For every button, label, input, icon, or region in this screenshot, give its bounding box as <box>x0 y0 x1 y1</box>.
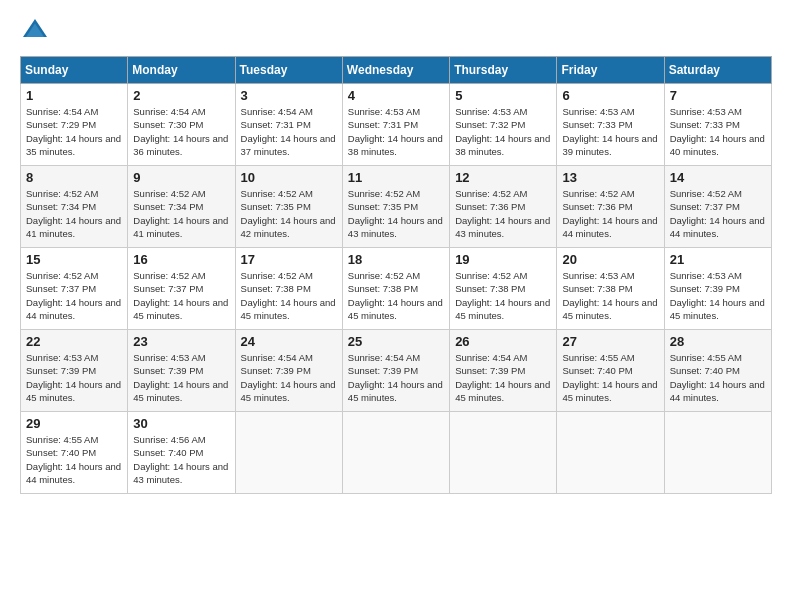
cell-text: Sunrise: 4:52 AM Sunset: 7:36 PM Dayligh… <box>455 187 551 240</box>
calendar-day-cell <box>450 412 557 494</box>
calendar-day-cell: 29 Sunrise: 4:55 AM Sunset: 7:40 PM Dayl… <box>21 412 128 494</box>
calendar-header-row: SundayMondayTuesdayWednesdayThursdayFrid… <box>21 57 772 84</box>
calendar-header-cell: Monday <box>128 57 235 84</box>
day-number: 13 <box>562 170 658 185</box>
calendar-week-row: 1 Sunrise: 4:54 AM Sunset: 7:29 PM Dayli… <box>21 84 772 166</box>
calendar-header-cell: Sunday <box>21 57 128 84</box>
day-number: 14 <box>670 170 766 185</box>
calendar-header-cell: Tuesday <box>235 57 342 84</box>
calendar-day-cell: 22 Sunrise: 4:53 AM Sunset: 7:39 PM Dayl… <box>21 330 128 412</box>
header <box>20 16 772 46</box>
calendar-day-cell: 15 Sunrise: 4:52 AM Sunset: 7:37 PM Dayl… <box>21 248 128 330</box>
day-number: 19 <box>455 252 551 267</box>
day-number: 8 <box>26 170 122 185</box>
calendar-day-cell: 26 Sunrise: 4:54 AM Sunset: 7:39 PM Dayl… <box>450 330 557 412</box>
calendar-day-cell: 25 Sunrise: 4:54 AM Sunset: 7:39 PM Dayl… <box>342 330 449 412</box>
cell-text: Sunrise: 4:52 AM Sunset: 7:38 PM Dayligh… <box>241 269 337 322</box>
day-number: 20 <box>562 252 658 267</box>
page: SundayMondayTuesdayWednesdayThursdayFrid… <box>0 0 792 612</box>
day-number: 27 <box>562 334 658 349</box>
day-number: 12 <box>455 170 551 185</box>
cell-text: Sunrise: 4:53 AM Sunset: 7:39 PM Dayligh… <box>670 269 766 322</box>
calendar-day-cell: 28 Sunrise: 4:55 AM Sunset: 7:40 PM Dayl… <box>664 330 771 412</box>
cell-text: Sunrise: 4:52 AM Sunset: 7:34 PM Dayligh… <box>133 187 229 240</box>
day-number: 23 <box>133 334 229 349</box>
calendar-week-row: 15 Sunrise: 4:52 AM Sunset: 7:37 PM Dayl… <box>21 248 772 330</box>
cell-text: Sunrise: 4:54 AM Sunset: 7:39 PM Dayligh… <box>348 351 444 404</box>
cell-text: Sunrise: 4:52 AM Sunset: 7:35 PM Dayligh… <box>241 187 337 240</box>
day-number: 29 <box>26 416 122 431</box>
day-number: 17 <box>241 252 337 267</box>
cell-text: Sunrise: 4:52 AM Sunset: 7:35 PM Dayligh… <box>348 187 444 240</box>
cell-text: Sunrise: 4:55 AM Sunset: 7:40 PM Dayligh… <box>26 433 122 486</box>
calendar-day-cell: 3 Sunrise: 4:54 AM Sunset: 7:31 PM Dayli… <box>235 84 342 166</box>
calendar-day-cell: 5 Sunrise: 4:53 AM Sunset: 7:32 PM Dayli… <box>450 84 557 166</box>
day-number: 9 <box>133 170 229 185</box>
day-number: 21 <box>670 252 766 267</box>
calendar-day-cell <box>342 412 449 494</box>
calendar-day-cell: 23 Sunrise: 4:53 AM Sunset: 7:39 PM Dayl… <box>128 330 235 412</box>
cell-text: Sunrise: 4:52 AM Sunset: 7:38 PM Dayligh… <box>455 269 551 322</box>
day-number: 26 <box>455 334 551 349</box>
calendar-week-row: 8 Sunrise: 4:52 AM Sunset: 7:34 PM Dayli… <box>21 166 772 248</box>
calendar-day-cell: 14 Sunrise: 4:52 AM Sunset: 7:37 PM Dayl… <box>664 166 771 248</box>
cell-text: Sunrise: 4:55 AM Sunset: 7:40 PM Dayligh… <box>562 351 658 404</box>
cell-text: Sunrise: 4:52 AM Sunset: 7:34 PM Dayligh… <box>26 187 122 240</box>
cell-text: Sunrise: 4:53 AM Sunset: 7:39 PM Dayligh… <box>133 351 229 404</box>
day-number: 22 <box>26 334 122 349</box>
cell-text: Sunrise: 4:53 AM Sunset: 7:33 PM Dayligh… <box>670 105 766 158</box>
calendar-header-cell: Wednesday <box>342 57 449 84</box>
calendar-day-cell: 7 Sunrise: 4:53 AM Sunset: 7:33 PM Dayli… <box>664 84 771 166</box>
cell-text: Sunrise: 4:54 AM Sunset: 7:31 PM Dayligh… <box>241 105 337 158</box>
cell-text: Sunrise: 4:54 AM Sunset: 7:39 PM Dayligh… <box>455 351 551 404</box>
calendar-week-row: 22 Sunrise: 4:53 AM Sunset: 7:39 PM Dayl… <box>21 330 772 412</box>
cell-text: Sunrise: 4:54 AM Sunset: 7:30 PM Dayligh… <box>133 105 229 158</box>
cell-text: Sunrise: 4:52 AM Sunset: 7:37 PM Dayligh… <box>26 269 122 322</box>
cell-text: Sunrise: 4:53 AM Sunset: 7:32 PM Dayligh… <box>455 105 551 158</box>
day-number: 10 <box>241 170 337 185</box>
calendar-day-cell: 21 Sunrise: 4:53 AM Sunset: 7:39 PM Dayl… <box>664 248 771 330</box>
calendar-header-cell: Friday <box>557 57 664 84</box>
day-number: 18 <box>348 252 444 267</box>
cell-text: Sunrise: 4:55 AM Sunset: 7:40 PM Dayligh… <box>670 351 766 404</box>
cell-text: Sunrise: 4:53 AM Sunset: 7:38 PM Dayligh… <box>562 269 658 322</box>
calendar-day-cell: 9 Sunrise: 4:52 AM Sunset: 7:34 PM Dayli… <box>128 166 235 248</box>
day-number: 25 <box>348 334 444 349</box>
cell-text: Sunrise: 4:53 AM Sunset: 7:31 PM Dayligh… <box>348 105 444 158</box>
cell-text: Sunrise: 4:52 AM Sunset: 7:37 PM Dayligh… <box>670 187 766 240</box>
calendar-day-cell: 19 Sunrise: 4:52 AM Sunset: 7:38 PM Dayl… <box>450 248 557 330</box>
calendar-body: 1 Sunrise: 4:54 AM Sunset: 7:29 PM Dayli… <box>21 84 772 494</box>
cell-text: Sunrise: 4:52 AM Sunset: 7:36 PM Dayligh… <box>562 187 658 240</box>
calendar-table: SundayMondayTuesdayWednesdayThursdayFrid… <box>20 56 772 494</box>
day-number: 15 <box>26 252 122 267</box>
calendar-week-row: 29 Sunrise: 4:55 AM Sunset: 7:40 PM Dayl… <box>21 412 772 494</box>
day-number: 1 <box>26 88 122 103</box>
calendar-day-cell: 20 Sunrise: 4:53 AM Sunset: 7:38 PM Dayl… <box>557 248 664 330</box>
logo <box>20 16 54 46</box>
cell-text: Sunrise: 4:53 AM Sunset: 7:39 PM Dayligh… <box>26 351 122 404</box>
calendar-day-cell: 4 Sunrise: 4:53 AM Sunset: 7:31 PM Dayli… <box>342 84 449 166</box>
calendar-day-cell: 17 Sunrise: 4:52 AM Sunset: 7:38 PM Dayl… <box>235 248 342 330</box>
day-number: 5 <box>455 88 551 103</box>
calendar-day-cell: 1 Sunrise: 4:54 AM Sunset: 7:29 PM Dayli… <box>21 84 128 166</box>
day-number: 11 <box>348 170 444 185</box>
calendar-day-cell: 2 Sunrise: 4:54 AM Sunset: 7:30 PM Dayli… <box>128 84 235 166</box>
day-number: 7 <box>670 88 766 103</box>
calendar-day-cell: 30 Sunrise: 4:56 AM Sunset: 7:40 PM Dayl… <box>128 412 235 494</box>
calendar-header-cell: Thursday <box>450 57 557 84</box>
calendar-day-cell: 12 Sunrise: 4:52 AM Sunset: 7:36 PM Dayl… <box>450 166 557 248</box>
calendar-day-cell: 13 Sunrise: 4:52 AM Sunset: 7:36 PM Dayl… <box>557 166 664 248</box>
calendar-day-cell: 8 Sunrise: 4:52 AM Sunset: 7:34 PM Dayli… <box>21 166 128 248</box>
day-number: 2 <box>133 88 229 103</box>
day-number: 6 <box>562 88 658 103</box>
cell-text: Sunrise: 4:54 AM Sunset: 7:39 PM Dayligh… <box>241 351 337 404</box>
day-number: 28 <box>670 334 766 349</box>
day-number: 4 <box>348 88 444 103</box>
cell-text: Sunrise: 4:54 AM Sunset: 7:29 PM Dayligh… <box>26 105 122 158</box>
cell-text: Sunrise: 4:52 AM Sunset: 7:37 PM Dayligh… <box>133 269 229 322</box>
cell-text: Sunrise: 4:53 AM Sunset: 7:33 PM Dayligh… <box>562 105 658 158</box>
calendar-day-cell <box>664 412 771 494</box>
day-number: 24 <box>241 334 337 349</box>
calendar-day-cell: 24 Sunrise: 4:54 AM Sunset: 7:39 PM Dayl… <box>235 330 342 412</box>
calendar-header-cell: Saturday <box>664 57 771 84</box>
